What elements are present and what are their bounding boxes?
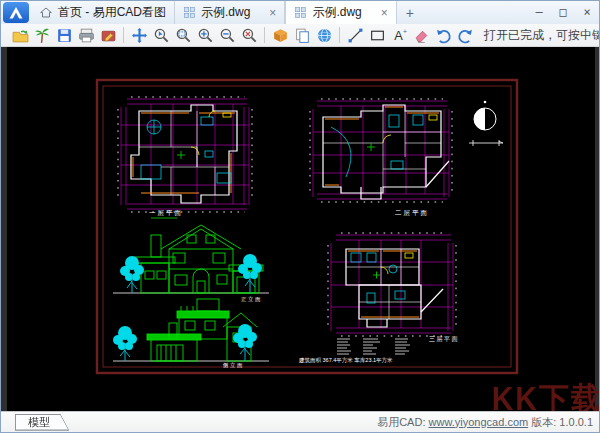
- svg-text:+: +: [402, 27, 406, 36]
- zoom-out-icon[interactable]: [219, 27, 236, 44]
- window-controls: – □ ×: [527, 1, 599, 24]
- home-tab-label: 首页 - 易用CAD看图: [58, 4, 166, 21]
- line-tool-icon[interactable]: [347, 27, 364, 44]
- area-total-text: 建筑面积 367.4平方米 车库23.1平方米: [298, 357, 393, 364]
- elev2-label: 侧立面: [222, 362, 244, 369]
- markup-icon[interactable]: [100, 27, 117, 44]
- title-bar: 首页 - 易用CAD看图 示例.dwg × 示例.dwg × + – □ ×: [1, 1, 599, 24]
- zoom-extents-icon[interactable]: [241, 27, 258, 44]
- version-label: 版本:: [531, 416, 556, 428]
- front-elevation: 正立面: [113, 225, 269, 303]
- maximize-button[interactable]: □: [551, 3, 575, 20]
- brand-label: 易用CAD:: [377, 416, 425, 428]
- save-icon[interactable]: [56, 27, 73, 44]
- open-icon[interactable]: [12, 27, 29, 44]
- dwg-drawing: 一层平面: [1, 47, 600, 414]
- version-value: 1.0.0.1: [559, 416, 593, 428]
- elev1-label: 正立面: [241, 296, 262, 303]
- text-tool-icon[interactable]: A+: [391, 27, 408, 44]
- minimize-button[interactable]: –: [527, 3, 551, 20]
- tab-close-icon[interactable]: ×: [269, 6, 276, 20]
- tab-document-1[interactable]: 示例.dwg ×: [175, 1, 285, 24]
- globe-icon[interactable]: [316, 27, 333, 44]
- palm-tree-icon[interactable]: [34, 27, 51, 44]
- side-elevation: 侧立面: [113, 299, 269, 369]
- dwg-grid-icon: [183, 6, 196, 19]
- toolbar-separator: [264, 27, 265, 43]
- north-arrow-symbol: [469, 101, 503, 146]
- version-info: 易用CAD: www.yiyongcad.com 版本: 1.0.0.1: [377, 415, 593, 430]
- zoom-realtime-icon[interactable]: [153, 27, 170, 44]
- tab-close-icon[interactable]: ×: [381, 6, 388, 20]
- model-tab-label: 模型: [16, 415, 68, 430]
- tab-label: 示例.dwg: [312, 4, 361, 21]
- zoom-in-icon[interactable]: [197, 27, 214, 44]
- pan-icon[interactable]: [131, 27, 148, 44]
- toolbar-separator: [339, 27, 340, 43]
- copy-icon[interactable]: [294, 27, 311, 44]
- print-icon[interactable]: [78, 27, 95, 44]
- website-link[interactable]: www.yiyongcad.com: [429, 416, 529, 428]
- toolbar-separator: [123, 27, 124, 43]
- plan1-label: 一层平面: [149, 209, 183, 216]
- status-message: 打开已完成，可按中键平移和滚轮缩放: [484, 27, 599, 44]
- app-logo-icon: [3, 2, 29, 23]
- plan2-label: 二层平面: [395, 209, 429, 216]
- eraser-icon[interactable]: [413, 27, 430, 44]
- tab-document-2[interactable]: 示例.dwg ×: [285, 1, 396, 24]
- floor-plan-1: 一层平面: [118, 97, 252, 218]
- dwg-grid-icon: [294, 6, 307, 19]
- plan3-label: 三层平面: [429, 335, 459, 343]
- zoom-window-icon[interactable]: [175, 27, 192, 44]
- new-tab-button[interactable]: +: [397, 1, 423, 24]
- undo-icon[interactable]: [435, 27, 452, 44]
- redo-icon[interactable]: [457, 27, 474, 44]
- close-button[interactable]: ×: [575, 3, 599, 20]
- rectangle-tool-icon[interactable]: [369, 27, 386, 44]
- area-table: [337, 339, 410, 354]
- home-icon: [39, 6, 53, 19]
- toolbar: A+ 打开已完成，可按中键平移和滚轮缩放: [1, 24, 599, 47]
- layers-icon[interactable]: [272, 27, 289, 44]
- status-bar: 模型 易用CAD: www.yiyongcad.com 版本: 1.0.0.1: [1, 411, 599, 432]
- floor-plan-3: 三层平面: [328, 233, 459, 343]
- app-window: 首页 - 易用CAD看图 示例.dwg × 示例.dwg × + – □ ×: [0, 0, 600, 433]
- model-tab[interactable]: 模型: [15, 414, 69, 431]
- tab-home[interactable]: 首页 - 易用CAD看图: [31, 1, 175, 24]
- floor-plan-2: 二层平面: [310, 99, 452, 216]
- drawing-canvas[interactable]: 一层平面: [1, 47, 600, 414]
- tab-label: 示例.dwg: [201, 4, 250, 21]
